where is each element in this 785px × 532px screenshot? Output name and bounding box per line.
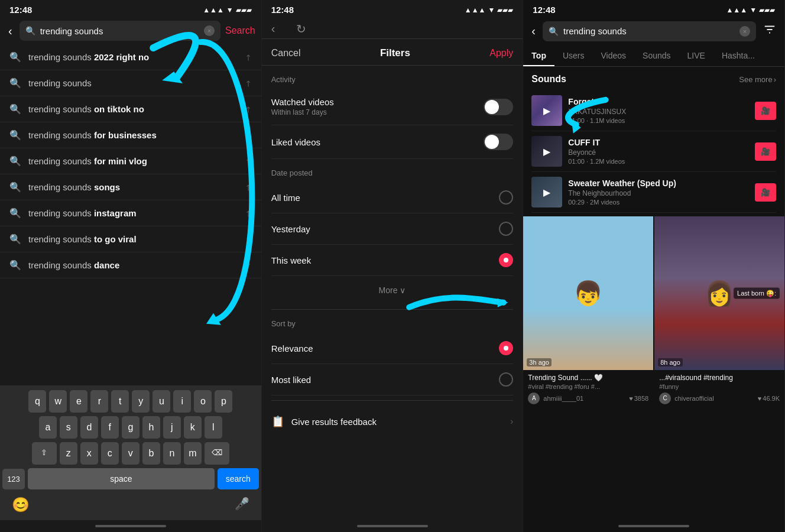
- back-button-1[interactable]: ‹: [6, 22, 15, 40]
- tab-users[interactable]: Users: [554, 45, 593, 66]
- phone-2: 12:48 ▲▲▲ ▼ ▰▰▰ ‹ ↻ Cancel Filters Apply…: [262, 0, 524, 532]
- key-l[interactable]: l: [205, 416, 222, 439]
- key-z[interactable]: z: [60, 442, 77, 465]
- list-item[interactable]: 🔍 trending sounds ↗: [0, 70, 261, 96]
- list-item[interactable]: 🔍 trending sounds dance ↗: [0, 252, 261, 278]
- search-submit-btn-1[interactable]: Search: [225, 25, 255, 36]
- key-i[interactable]: i: [173, 390, 191, 413]
- key-a[interactable]: a: [39, 416, 57, 439]
- filter-most-liked[interactable]: Most liked: [271, 364, 514, 395]
- key-f[interactable]: f: [101, 416, 119, 439]
- home-bar-2: [357, 525, 428, 527]
- cancel-button[interactable]: Cancel: [271, 48, 301, 59]
- refresh-icon-2[interactable]: ↻: [296, 22, 306, 36]
- back-button-3[interactable]: ‹: [529, 22, 538, 40]
- key-c[interactable]: c: [101, 442, 119, 465]
- more-label: More: [379, 286, 398, 295]
- search-input-3[interactable]: trending sounds: [563, 26, 735, 36]
- key-u[interactable]: u: [153, 390, 170, 413]
- list-item[interactable]: 🔍 trending sounds songs ↗: [0, 174, 261, 200]
- key-search[interactable]: search: [218, 468, 259, 489]
- apply-button[interactable]: Apply: [489, 48, 513, 59]
- filter-this-week[interactable]: This week: [271, 245, 514, 276]
- key-b[interactable]: b: [142, 442, 160, 465]
- search-input-1[interactable]: trending sounds: [40, 26, 199, 36]
- video-thumb-1[interactable]: 👦 3h ago: [523, 216, 653, 370]
- play-icon-cuffit[interactable]: ▶: [543, 146, 550, 157]
- key-delete[interactable]: ⌫: [205, 442, 229, 465]
- key-n[interactable]: n: [163, 442, 181, 465]
- tabs-row: Top Users Videos Sounds LIVE Hashta...: [523, 45, 784, 67]
- see-more-container[interactable]: See more ›: [739, 75, 776, 84]
- key-y[interactable]: y: [132, 390, 150, 413]
- key-m[interactable]: m: [184, 442, 202, 465]
- key-s[interactable]: s: [60, 416, 77, 439]
- key-r[interactable]: r: [90, 390, 108, 413]
- search-input-container-1[interactable]: 🔍 trending sounds ×: [20, 21, 220, 41]
- key-j[interactable]: j: [163, 416, 181, 439]
- all-time-radio[interactable]: [499, 190, 513, 205]
- key-v[interactable]: v: [122, 442, 140, 465]
- avatar-2: C: [659, 392, 671, 404]
- list-item[interactable]: 🔍 trending sounds for businesses ↗: [0, 122, 261, 148]
- sound-name-sweater: Sweater Weather (Sped Up): [568, 179, 749, 188]
- clear-button-1[interactable]: ×: [204, 25, 215, 36]
- tab-sounds[interactable]: Sounds: [634, 45, 679, 66]
- arrow-icon-2: ↗: [242, 77, 254, 89]
- key-k[interactable]: k: [184, 416, 202, 439]
- sound-thumb-sweater: ▶: [531, 177, 562, 207]
- key-q[interactable]: q: [28, 390, 46, 413]
- play-icon-sweater[interactable]: ▶: [543, 187, 550, 198]
- list-item[interactable]: 🔍 trending sounds for mini vlog ↗: [0, 148, 261, 174]
- liked-toggle[interactable]: [484, 134, 513, 150]
- video-tags-2: #funny: [659, 383, 780, 390]
- play-icon-forget[interactable]: ▶: [543, 105, 550, 116]
- video-thumb-2[interactable]: 👩 8h ago Last born 😜:: [654, 216, 784, 370]
- key-g[interactable]: g: [122, 416, 140, 439]
- key-w[interactable]: w: [49, 390, 67, 413]
- watched-label-wrap: Watched videos Within last 7 days: [271, 97, 334, 116]
- key-h[interactable]: h: [142, 416, 160, 439]
- watched-toggle[interactable]: [484, 99, 513, 115]
- back-arrow-2[interactable]: ‹: [271, 22, 275, 36]
- more-button[interactable]: More ∨: [271, 276, 514, 304]
- filter-icon-button[interactable]: [761, 21, 778, 41]
- relevance-radio[interactable]: [499, 341, 513, 355]
- key-e[interactable]: e: [70, 390, 87, 413]
- sound-duration-cuffit: 01:00: [568, 158, 585, 165]
- search-input-container-3[interactable]: 🔍 trending sounds ×: [543, 21, 756, 41]
- key-d[interactable]: d: [80, 416, 98, 439]
- list-item[interactable]: 🔍 trending sounds instagram ↗: [0, 200, 261, 226]
- clear-button-3[interactable]: ×: [739, 26, 750, 37]
- most-liked-radio[interactable]: [499, 372, 513, 387]
- use-sound-button-sweater[interactable]: 🎥: [755, 183, 776, 202]
- filter-relevance[interactable]: Relevance: [271, 333, 514, 364]
- tab-hashtags[interactable]: Hashta...: [713, 45, 763, 66]
- video-desc-1: Trending Sound ...... 🤍: [528, 374, 648, 383]
- search-icon-s1: 🔍: [9, 51, 21, 63]
- key-x[interactable]: x: [80, 442, 98, 465]
- tab-live[interactable]: LIVE: [679, 45, 713, 66]
- key-123[interactable]: 123: [2, 469, 25, 489]
- key-space[interactable]: space: [28, 468, 215, 489]
- feedback-row[interactable]: 📋 Give results feedback ›: [271, 406, 514, 437]
- filter-all-time[interactable]: All time: [271, 182, 514, 213]
- list-item[interactable]: 🔍 trending sounds on tiktok no ↗: [0, 96, 261, 122]
- key-t[interactable]: t: [111, 390, 129, 413]
- use-sound-button-forget[interactable]: 🎥: [755, 102, 776, 120]
- use-sound-button-cuffit[interactable]: 🎥: [755, 142, 776, 161]
- mic-button[interactable]: 🎤: [230, 494, 254, 515]
- key-o[interactable]: o: [194, 390, 212, 413]
- tab-videos[interactable]: Videos: [593, 45, 635, 66]
- key-p[interactable]: p: [215, 390, 232, 413]
- yesterday-radio[interactable]: [499, 222, 513, 236]
- list-item[interactable]: 🔍 trending sounds to go viral ↗: [0, 226, 261, 252]
- tab-top[interactable]: Top: [523, 45, 554, 66]
- list-item[interactable]: 🔍 trending sounds 2022 right no ↗: [0, 44, 261, 70]
- filter-yesterday[interactable]: Yesterday: [271, 213, 514, 245]
- battery-icon-3: ▰▰▰: [759, 6, 775, 14]
- key-shift[interactable]: ⇧: [32, 442, 57, 465]
- suggestion-text-4: trending sounds for businesses: [28, 130, 238, 140]
- this-week-radio[interactable]: [499, 253, 513, 267]
- emoji-button[interactable]: 😊: [7, 494, 34, 515]
